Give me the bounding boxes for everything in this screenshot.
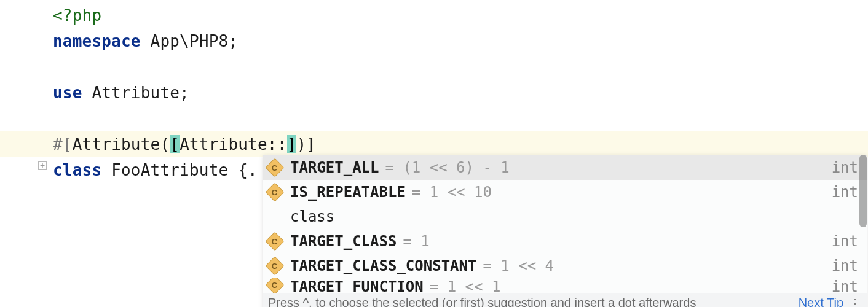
completion-popup[interactable]: CTARGET_ALL= (1 << 6) - 1intCIS_REPEATAB… bbox=[263, 155, 867, 307]
completion-item-type: int bbox=[832, 257, 858, 274]
completion-item-value: = (1 << 6) - 1 bbox=[385, 159, 510, 176]
code-line bbox=[53, 54, 868, 80]
completion-item-name: TARGET_CLASS_CONSTANT bbox=[290, 257, 476, 274]
completion-item-type: int bbox=[832, 278, 858, 293]
completion-item-value: = 1 bbox=[403, 233, 429, 250]
completion-item-name: TARGET_FUNCTION bbox=[290, 278, 424, 293]
completion-item[interactable]: CTARGET_CLASS= 1int bbox=[263, 229, 867, 254]
completion-item[interactable]: CIS_REPEATABLE= 1 << 10int bbox=[263, 180, 867, 204]
completion-item[interactable]: CTARGET_FUNCTION= 1 << 1int bbox=[263, 278, 867, 293]
constant-icon: C bbox=[265, 256, 284, 275]
more-icon[interactable]: ⋮ bbox=[850, 302, 861, 305]
completion-item-type: int bbox=[832, 184, 858, 201]
constant-icon: C bbox=[265, 231, 284, 251]
completion-item-type: int bbox=[832, 233, 858, 250]
code-line-current: #[Attribute([Attribute::])] bbox=[0, 131, 868, 157]
code-line: use Attribute; bbox=[53, 80, 868, 106]
constant-icon: C bbox=[265, 278, 284, 293]
matched-bracket: ] bbox=[287, 135, 297, 154]
matched-bracket: [ bbox=[170, 135, 180, 154]
constant-icon: C bbox=[265, 158, 284, 177]
completion-item[interactable]: CTARGET_CLASS_CONSTANT= 1 << 4int bbox=[263, 254, 867, 278]
completion-item-value: = 1 << 10 bbox=[412, 184, 492, 201]
code-line bbox=[53, 106, 868, 131]
constant-icon: C bbox=[265, 182, 284, 201]
php-open-tag: <?php bbox=[53, 6, 101, 25]
completion-footer: Press ^. to choose the selected (or firs… bbox=[263, 293, 867, 307]
completion-item-type: int bbox=[832, 159, 858, 176]
next-tip-link[interactable]: Next Tip bbox=[799, 296, 843, 307]
code-line: namespace App\PHP8; bbox=[53, 28, 868, 54]
completion-item-keyword[interactable]: class bbox=[263, 204, 867, 229]
popup-scrollbar-thumb[interactable] bbox=[859, 155, 867, 227]
popup-scrollbar-track[interactable] bbox=[859, 155, 868, 292]
completion-item-name: TARGET_CLASS bbox=[290, 233, 397, 250]
completion-item[interactable]: CTARGET_ALL= (1 << 6) - 1int bbox=[263, 155, 867, 180]
completion-item-value: = 1 << 1 bbox=[430, 278, 501, 293]
completion-item-name: TARGET_ALL bbox=[290, 159, 379, 176]
completion-hint-text: Press ^. to choose the selected (or firs… bbox=[268, 296, 696, 307]
code-editor[interactable]: + <?php namespace App\PHP8; use Attribut… bbox=[0, 0, 868, 307]
completion-item-value: = 1 << 4 bbox=[483, 257, 554, 274]
code-line: <?php bbox=[53, 2, 868, 28]
completion-item-name: IS_REPEATABLE bbox=[290, 184, 406, 201]
